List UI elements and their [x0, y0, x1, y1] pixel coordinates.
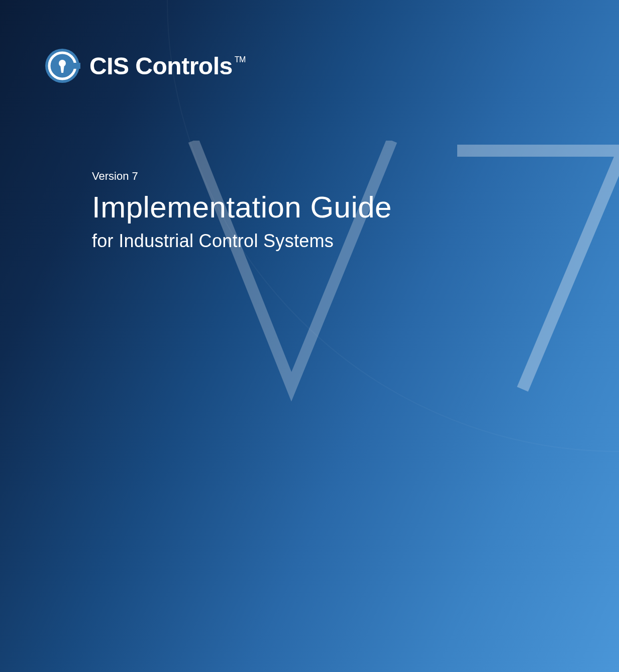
brand-name: CIS Controls TM [89, 52, 246, 80]
svg-rect-2 [73, 63, 80, 69]
brand-logo-block: CIS Controls TM [44, 48, 246, 84]
title-block: Version 7 Implementation Guide for Indus… [92, 170, 392, 252]
brand-keyhole-icon [44, 48, 80, 84]
version-label: Version 7 [92, 170, 392, 183]
brand-name-text: CIS Controls [89, 52, 233, 80]
document-title: Implementation Guide [92, 190, 392, 225]
brand-trademark: TM [235, 55, 246, 64]
document-subtitle: for Industrial Control Systems [92, 231, 392, 252]
document-cover-page: CIS Controls TM Version 7 Implementation… [0, 0, 619, 672]
